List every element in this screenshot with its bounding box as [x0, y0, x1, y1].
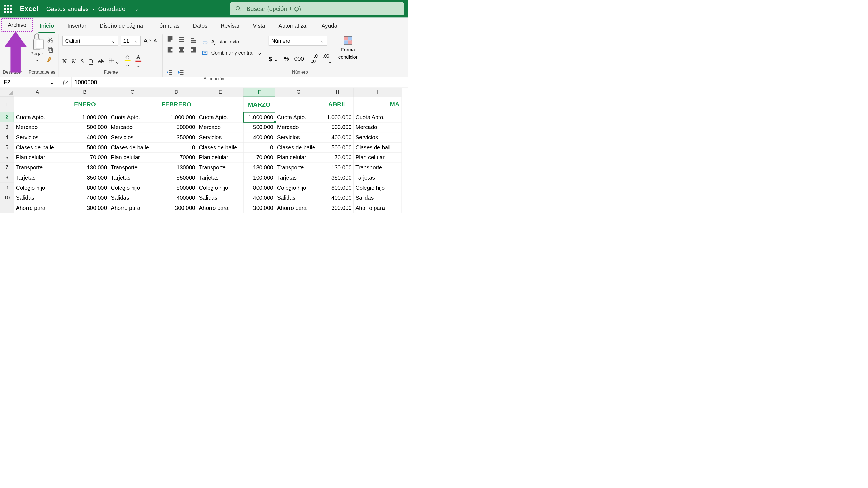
cell[interactable]: Cuota Apto. [353, 112, 401, 122]
font-color-button[interactable]: A⌄ [135, 54, 142, 69]
tab-vista[interactable]: Vista [246, 19, 272, 33]
cell[interactable]: Clases de baile [109, 142, 156, 153]
cell[interactable]: MARZO [243, 97, 275, 112]
cell[interactable]: Servicios [14, 132, 61, 142]
row-header[interactable]: 9 [0, 183, 14, 193]
bold-button[interactable]: N [62, 58, 67, 65]
cell[interactable]: 70000 [156, 153, 197, 163]
cell[interactable]: Plan celular [353, 153, 401, 163]
cell[interactable]: Tarjetas [14, 172, 61, 183]
tab-archivo[interactable]: Archivo [1, 18, 33, 32]
column-header[interactable]: F [243, 88, 275, 97]
cell[interactable]: 130.000 [243, 163, 275, 173]
cell[interactable]: 300.000 [243, 203, 275, 213]
cell[interactable]: Salidas [275, 193, 321, 203]
cell[interactable]: 800.000 [61, 183, 109, 193]
format-painter-icon[interactable] [47, 56, 54, 63]
cell[interactable]: Plan celular [109, 153, 156, 163]
tab-ayuda[interactable]: Ayuda [315, 19, 344, 33]
cell[interactable]: Salidas [353, 193, 401, 203]
column-header[interactable]: E [197, 88, 243, 97]
cell[interactable]: 1.000.000 [61, 112, 109, 122]
cell[interactable]: 400.000 [321, 193, 353, 203]
row-header[interactable]: 11 [0, 203, 14, 213]
formula-input[interactable]: 1000000 [72, 77, 408, 88]
number-format-select[interactable]: Número⌄ [269, 36, 327, 46]
cell[interactable]: 400.000 [321, 132, 353, 142]
decrease-font-button[interactable]: Aˇ [153, 38, 159, 43]
cell[interactable]: 500.000 [321, 142, 353, 153]
align-top-icon[interactable] [166, 36, 174, 44]
cell[interactable]: 350000 [156, 132, 197, 142]
cell[interactable]: 70.000 [321, 153, 353, 163]
merge-center-button[interactable]: Combinar y centrar ⌄ [202, 50, 261, 56]
align-center-icon[interactable] [178, 46, 186, 54]
cell[interactable]: Salidas [197, 193, 243, 203]
cell[interactable]: Colegio hijo [197, 183, 243, 193]
cell[interactable]: Mercado [275, 122, 321, 132]
cell[interactable]: 400.000 [61, 193, 109, 203]
cell[interactable]: Ahorro para [197, 203, 243, 213]
comma-style-button[interactable]: 000 [294, 55, 304, 62]
cell[interactable]: Tarjetas [109, 172, 156, 183]
cell[interactable]: 500.000 [61, 122, 109, 132]
increase-indent-icon[interactable] [178, 69, 184, 76]
cell[interactable]: Clases de baile [275, 142, 321, 153]
row-header[interactable]: 10 [0, 193, 14, 203]
cell[interactable]: 300.000 [321, 203, 353, 213]
cut-icon[interactable] [47, 37, 54, 43]
cell[interactable]: Transporte [353, 163, 401, 173]
cell[interactable]: ENERO [61, 97, 109, 112]
tab-automatizar[interactable]: Automatizar [272, 19, 315, 33]
cell[interactable]: 1.000.000 [243, 112, 275, 122]
increase-decimal-button[interactable]: ←.0.00 [309, 54, 318, 64]
align-right-icon[interactable] [190, 46, 197, 54]
spreadsheet-grid[interactable]: 1 2 3 4 5 6 7 8 9 10 11 A B C D E F G H … [0, 88, 408, 213]
column-header[interactable]: A [14, 88, 61, 97]
cell[interactable]: Colegio hijo [275, 183, 321, 193]
cell[interactable]: Servicios [197, 132, 243, 142]
cell[interactable]: Mercado [14, 122, 61, 132]
double-underline-button[interactable]: D [89, 58, 93, 65]
font-size-select[interactable]: 11⌄ [121, 36, 141, 46]
conditional-format-button[interactable]: Forma condicior [339, 36, 358, 60]
cell[interactable]: 350.000 [321, 172, 353, 183]
cell[interactable] [14, 97, 61, 112]
column-header[interactable]: D [156, 88, 197, 97]
cell[interactable]: 500.000 [61, 142, 109, 153]
select-all-corner[interactable] [0, 88, 14, 97]
row-header[interactable]: 5 [0, 142, 14, 153]
cell[interactable] [109, 97, 156, 112]
underline-button[interactable]: S [81, 58, 84, 65]
cell[interactable]: Servicios [353, 132, 401, 142]
cell[interactable]: 130000 [156, 163, 197, 173]
cell[interactable]: Plan celular [14, 153, 61, 163]
cell[interactable]: Tarjetas [275, 172, 321, 183]
cell[interactable]: Servicios [275, 132, 321, 142]
column-header[interactable]: C [109, 88, 156, 97]
cell[interactable]: Colegio hijo [109, 183, 156, 193]
cell[interactable]: 130.000 [321, 163, 353, 173]
cell[interactable]: ABRIL [321, 97, 353, 112]
cell[interactable]: 400.000 [243, 193, 275, 203]
chevron-down-icon[interactable]: ⌄ [134, 5, 139, 12]
percent-button[interactable]: % [284, 55, 289, 62]
cell[interactable]: Clases de bail [353, 142, 401, 153]
cell[interactable]: 400.000 [61, 132, 109, 142]
tab-insertar[interactable]: Insertar [61, 19, 93, 33]
fill-color-button[interactable]: ⌄ [125, 55, 130, 68]
italic-button[interactable]: K [72, 58, 76, 65]
cell[interactable]: 500.000 [321, 122, 353, 132]
cell[interactable]: 1.000.000 [321, 112, 353, 122]
app-launcher-icon[interactable] [4, 5, 12, 13]
increase-font-button[interactable]: A^ [144, 37, 151, 44]
cell[interactable]: 70.000 [243, 153, 275, 163]
cell[interactable]: Mercado [353, 122, 401, 132]
document-title-area[interactable]: Gastos anuales - Guardado ⌄ [46, 5, 139, 12]
cell[interactable]: 500.000 [243, 122, 275, 132]
cell[interactable]: Clases de baile [14, 142, 61, 153]
cell[interactable]: Colegio hijo [353, 183, 401, 193]
tab-revisar[interactable]: Revisar [214, 19, 246, 33]
cell[interactable]: Cuota Apto. [197, 112, 243, 122]
row-header[interactable]: 7 [0, 163, 14, 173]
